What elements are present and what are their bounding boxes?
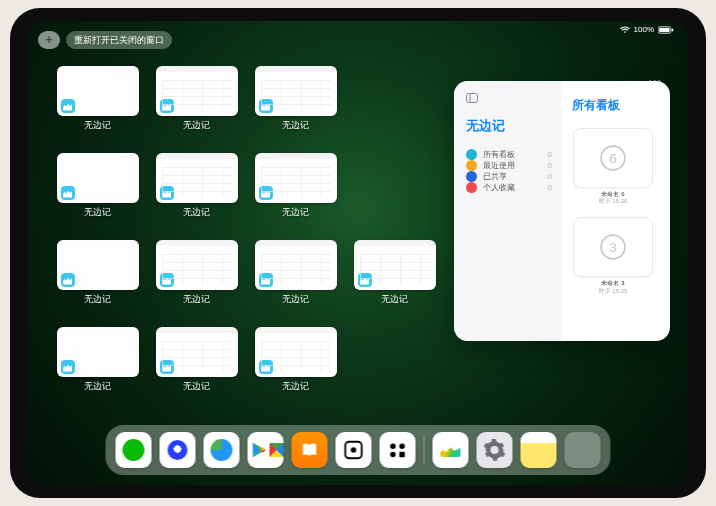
- app-window-thumbnail[interactable]: [255, 153, 337, 203]
- board-subtitle: 昨天 15:26: [599, 198, 628, 205]
- dock-app-books[interactable]: [292, 432, 328, 468]
- new-window-button[interactable]: +: [38, 31, 60, 49]
- board-thumbnail: 3: [573, 217, 653, 277]
- dock-app-wechat[interactable]: [116, 432, 152, 468]
- app-window-thumbnail[interactable]: [255, 240, 337, 290]
- svg-text:3: 3: [609, 240, 617, 255]
- app-window[interactable]: 无边记: [154, 327, 239, 399]
- menu-item-icon: [466, 149, 477, 160]
- svg-point-17: [390, 452, 396, 458]
- app-window[interactable]: 无边记: [55, 153, 140, 225]
- app-window[interactable]: 无边记: [253, 153, 338, 225]
- app-window-thumbnail[interactable]: [156, 153, 238, 203]
- popover-left-title: 无边记: [466, 117, 552, 135]
- app-window-label: 无边记: [183, 293, 210, 306]
- app-window-thumbnail[interactable]: [255, 66, 337, 116]
- freeform-icon: [160, 273, 174, 287]
- freeform-icon: [160, 186, 174, 200]
- freeform-popover: 无边记 所有看板 0 最近使用 0 已共享 0 个人收藏 0 所有看板 6 未命…: [454, 81, 670, 341]
- app-window[interactable]: 无边记: [352, 240, 437, 312]
- menu-item-label: 最近使用: [483, 160, 515, 171]
- freeform-icon: [259, 360, 273, 374]
- freeform-icon: [160, 99, 174, 113]
- app-window-label: 无边记: [84, 293, 111, 306]
- ipad-frame: 100% + 重新打开已关闭的窗口 无边记 无边记 无边记: [10, 8, 706, 498]
- dock-app-shapes[interactable]: [380, 432, 416, 468]
- app-window-thumbnail[interactable]: [57, 66, 139, 116]
- ipad-screen: 100% + 重新打开已关闭的窗口 无边记 无边记 无边记: [28, 21, 688, 485]
- freeform-icon: [358, 273, 372, 287]
- app-switcher-grid: 无边记 无边记 无边记 无边记 无边记: [55, 66, 443, 399]
- menu-item-label: 个人收藏: [483, 182, 515, 193]
- dock-app-freeform[interactable]: [433, 432, 469, 468]
- sidebar-toggle-icon[interactable]: [466, 93, 552, 105]
- popover-right-title: 所有看板: [572, 97, 660, 114]
- sidebar-menu-item[interactable]: 最近使用 0: [466, 160, 552, 171]
- app-window-thumbnail[interactable]: [156, 240, 238, 290]
- app-window[interactable]: 无边记: [253, 240, 338, 312]
- board-card[interactable]: 3 未命名 3昨天 15:25: [572, 217, 654, 294]
- menu-item-icon: [466, 182, 477, 193]
- app-window[interactable]: 无边记: [154, 240, 239, 312]
- app-window[interactable]: 无边记: [253, 66, 338, 138]
- freeform-icon: [61, 186, 75, 200]
- freeform-icon: [61, 273, 75, 287]
- dock-app-dice[interactable]: [336, 432, 372, 468]
- app-window-label: 无边记: [282, 380, 309, 393]
- svg-text:6: 6: [609, 151, 617, 166]
- svg-rect-18: [399, 452, 405, 458]
- freeform-icon: [259, 273, 273, 287]
- status-bar: 100%: [620, 25, 674, 34]
- app-window-thumbnail[interactable]: [57, 240, 139, 290]
- freeform-icon: [160, 360, 174, 374]
- app-window-label: 无边记: [84, 380, 111, 393]
- svg-rect-2: [672, 28, 674, 31]
- app-window-thumbnail[interactable]: [156, 327, 238, 377]
- dock: [106, 425, 611, 475]
- sidebar-menu-item[interactable]: 个人收藏 0: [466, 182, 552, 193]
- popover-content: 所有看板 6 未命名 6昨天 15:26 3 未命名 3昨天 15:25: [562, 81, 670, 341]
- app-window[interactable]: 无边记: [55, 66, 140, 138]
- battery-percent: 100%: [634, 25, 654, 34]
- dock-app-notes[interactable]: [521, 432, 557, 468]
- app-window-label: 无边记: [183, 206, 210, 219]
- app-window[interactable]: 无边记: [55, 240, 140, 312]
- battery-icon: [658, 26, 674, 34]
- popover-sidebar: 无边记 所有看板 0 最近使用 0 已共享 0 个人收藏 0: [454, 81, 562, 341]
- board-thumbnail: 6: [573, 128, 653, 188]
- freeform-icon: [259, 99, 273, 113]
- app-window[interactable]: 无边记: [55, 327, 140, 399]
- app-window[interactable]: 无边记: [154, 66, 239, 138]
- dock-app-library[interactable]: [565, 432, 601, 468]
- app-window[interactable]: 无边记: [154, 153, 239, 225]
- svg-rect-3: [467, 94, 478, 103]
- menu-item-label: 所有看板: [483, 149, 515, 160]
- dock-app-playstore[interactable]: [248, 432, 284, 468]
- app-window[interactable]: 无边记: [253, 327, 338, 399]
- sidebar-menu-item[interactable]: 已共享 0: [466, 171, 552, 182]
- board-subtitle: 昨天 15:25: [599, 288, 628, 295]
- app-window-thumbnail[interactable]: [156, 66, 238, 116]
- svg-point-14: [351, 447, 357, 453]
- board-card[interactable]: 6 未命名 6昨天 15:26: [572, 128, 654, 205]
- dock-app-settings[interactable]: [477, 432, 513, 468]
- dock-separator: [424, 435, 425, 465]
- app-window-label: 无边记: [84, 206, 111, 219]
- app-window-label: 无边记: [282, 293, 309, 306]
- svg-point-16: [399, 444, 405, 450]
- app-window-thumbnail[interactable]: [255, 327, 337, 377]
- menu-item-icon: [466, 171, 477, 182]
- app-window-thumbnail[interactable]: [57, 153, 139, 203]
- board-title: 未命名 3昨天 15:25: [599, 280, 628, 294]
- app-window-label: 无边记: [183, 119, 210, 132]
- dock-app-quark[interactable]: [204, 432, 240, 468]
- app-window-thumbnail[interactable]: [57, 327, 139, 377]
- freeform-icon: [259, 186, 273, 200]
- app-window-label: 无边记: [84, 119, 111, 132]
- sidebar-menu-item[interactable]: 所有看板 0: [466, 149, 552, 160]
- wifi-icon: [620, 26, 630, 34]
- dock-app-qqbrowser[interactable]: [160, 432, 196, 468]
- reopen-closed-window-button[interactable]: 重新打开已关闭的窗口: [66, 31, 172, 49]
- menu-item-label: 已共享: [483, 171, 507, 182]
- app-window-thumbnail[interactable]: [354, 240, 436, 290]
